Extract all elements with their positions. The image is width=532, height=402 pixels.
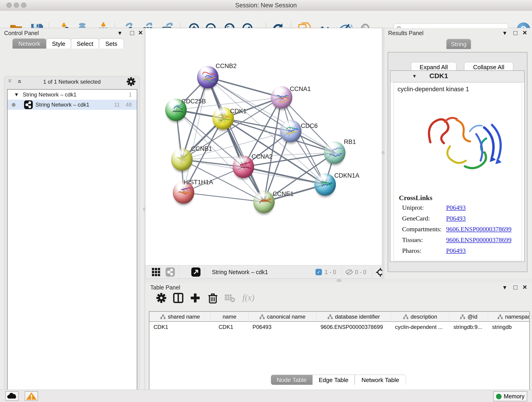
node-label-CDC25B: CDC25B [181,98,206,105]
table-panel-menu-caret-icon[interactable]: ▾ [503,283,506,292]
tab-sets[interactable]: Sets [99,38,124,49]
column-header-namespace[interactable]: namespace [488,312,530,322]
protein-thumbnail-icon [176,187,191,199]
cell-description[interactable]: cyclin-dependent ... [395,322,449,332]
table-splitter[interactable] [145,279,532,282]
results-panel-float-icon[interactable]: □ [513,28,517,38]
column-label: @id [467,313,477,320]
node-CCNA1[interactable] [271,86,292,109]
warning-button[interactable] [25,391,38,401]
collection-expand-icon[interactable]: ▼ [14,89,19,100]
tab-network-table[interactable]: Network Table [355,375,406,385]
node-CCNB1[interactable] [171,148,193,171]
function-builder-icon[interactable]: f(x) [242,293,254,303]
tab-edge-table[interactable]: Edge Table [312,375,355,385]
column-label: canonical name [267,313,305,320]
node-CCNA2[interactable] [233,156,254,178]
memory-button[interactable]: Memory [493,391,527,401]
cell-name[interactable]: CDK1 [219,322,252,332]
node-RB1[interactable] [324,141,346,164]
network-title: String Network – cdk1 [212,265,268,279]
node-CCNB2[interactable] [197,66,219,89]
results-panel-menu-caret-icon[interactable]: ▾ [503,28,506,38]
crosslink-value-link[interactable]: P06493 [446,215,466,222]
protein-thumbnail-icon [257,196,271,208]
protein-thumbnail-icon [327,147,342,159]
control-panel-menu-caret-icon[interactable]: ▾ [118,28,121,38]
netbar-separator [179,267,179,277]
cloud-button[interactable] [5,391,19,401]
network-canvas[interactable]: CCNB2CCNA1CDC25BCDK1CDC6RB1CCNB1CCNA2CDK… [146,28,382,265]
table-panel: Table Panel ▾ □ × f(x) shared namenameca… [145,282,532,390]
column-header-canonicalname[interactable]: canonical name [248,312,317,322]
right-splitter[interactable] [382,28,385,279]
column-header-databaseidentifier[interactable]: database identifier [317,312,391,322]
column-header-sharedname[interactable]: shared name [149,312,211,322]
tab-string[interactable]: String [446,39,471,49]
tab-style[interactable]: Style [46,38,71,49]
edge-CCNB2-HIST1H1A[interactable] [184,77,208,192]
crosslink-value-link[interactable]: 9606.ENSP00000378699 [446,236,511,244]
table-settings-gear-icon[interactable] [156,293,167,303]
node-label-CDKN1A: CDKN1A [334,172,360,179]
network-options-gear-icon[interactable] [126,77,136,86]
network-view[interactable]: CCNB2CCNA1CDC25BCDK1CDC6RB1CCNB1CCNA2CDK… [145,28,382,279]
edge-CCNE1-HIST1H1A[interactable] [184,192,264,202]
node-result-collapse-icon[interactable]: ▼ [412,74,417,79]
cell-sharedname[interactable]: CDK1 [153,322,210,332]
birdseye-view-icon[interactable] [191,268,201,277]
add-column-plus-icon[interactable] [190,293,201,303]
table-panel-float-icon[interactable]: □ [513,283,517,292]
column-header-description[interactable]: description [391,312,449,322]
hidden-eye-icon[interactable] [345,269,353,275]
memory-status-dot [496,394,501,399]
network-row-selected[interactable]: String Network – cdk1 11 48 [7,100,137,110]
table-splitter-handle[interactable] [337,279,341,282]
tab-node-table[interactable]: Node Table [271,375,312,385]
cell-canonicalname[interactable]: P06493 [253,322,316,332]
node-CDC6[interactable] [280,120,302,142]
selected-count: 1 - 0 [325,265,336,279]
network-node-count: 11 [114,100,120,110]
crosslink-value-link[interactable]: P06493 [446,247,466,254]
column-label: name [222,313,236,320]
results-panel-close-icon[interactable]: × [523,28,527,37]
node-result-card: ▼ CDK1 cyclin-dependent kinase 1 [390,70,525,262]
control-panel-float-icon[interactable]: □ [130,28,134,38]
control-panel-close-icon[interactable]: × [138,28,143,37]
protein-thumbnail-icon [169,104,183,116]
delete-column-trash-icon[interactable] [207,293,218,303]
node-label-RB1: RB1 [344,138,356,146]
cell-namespace[interactable]: stringdb [492,322,530,332]
netbar-separator [342,267,342,277]
network-row-label: String Network – cdk1 [36,100,89,110]
column-label: shared name [168,313,200,320]
grid-view-icon[interactable] [152,268,161,277]
cell-databaseidentifier[interactable]: 9606.ENSP00000378699 [321,322,390,332]
tab-network[interactable]: Network [12,38,46,49]
results-panel: Results Panel ▾ □ × String Expand All Co… [385,28,532,279]
tab-select[interactable]: Select [71,38,99,49]
protein-thumbnail-icon [236,161,251,173]
crosslink-label: Pharos: [402,247,421,254]
string-view-icon[interactable] [166,268,175,277]
edge-CCNA2-CDKN1A[interactable] [243,167,325,185]
delete-table-icon[interactable] [224,293,235,303]
cell-id[interactable]: stringdb:9... [453,322,488,332]
column-header-name[interactable]: name [211,312,248,322]
node-CCNE1[interactable] [253,191,275,213]
crosslink-value-link[interactable]: P06493 [446,204,466,211]
table-header-row[interactable]: shared namenamecanonical namedatabase id… [149,312,530,322]
network-collection-row[interactable]: ▼ String Network – cdk1 1 [7,89,137,100]
selected-checkbox-icon[interactable]: ✓ [316,269,322,275]
table-panel-close-icon[interactable]: × [523,282,527,292]
column-header-id[interactable]: @id [449,312,488,322]
node-result-header[interactable]: ▼ CDK1 [390,71,524,82]
column-type-icon [497,314,503,320]
crosslink-value-link[interactable]: 9606.ENSP00000378699 [446,225,511,233]
show-columns-icon[interactable] [173,293,184,303]
collection-count: 1 [129,89,132,100]
node-CDKN1A[interactable] [314,173,336,196]
memory-label: Memory [504,393,525,400]
column-type-icon [460,314,466,320]
